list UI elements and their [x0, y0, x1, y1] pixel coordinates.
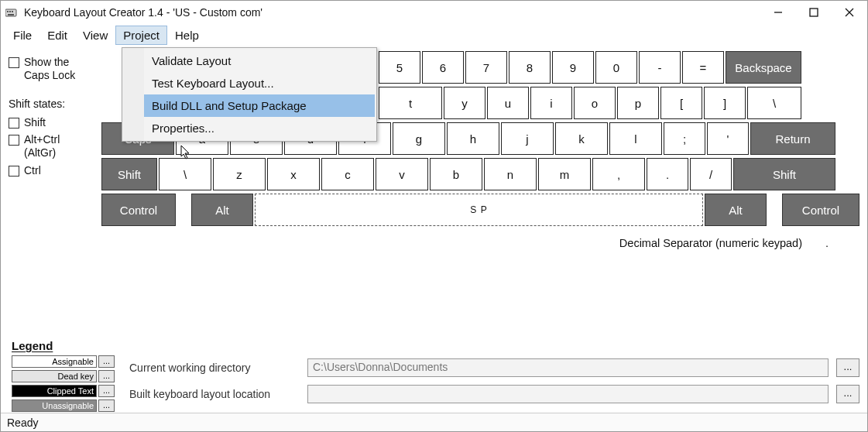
legend-deadkey-button[interactable]: ...	[98, 370, 115, 382]
legend-unassignable-button[interactable]: ...	[98, 399, 115, 412]
key-v[interactable]: v	[376, 158, 428, 190]
key-p[interactable]: p	[617, 87, 659, 119]
key-space[interactable]: S P	[255, 194, 703, 226]
ctrl-label: Ctrl	[24, 164, 41, 177]
legend-assignable: Assignable	[12, 355, 97, 368]
key-alt-l[interactable]: Alt	[191, 194, 253, 226]
menu-file[interactable]: File	[5, 26, 39, 45]
key-comma[interactable]: ,	[592, 158, 645, 190]
key-k[interactable]: k	[555, 122, 608, 155]
shift-checkbox[interactable]	[9, 118, 19, 129]
cwd-browse-button[interactable]: ...	[836, 358, 859, 377]
key-h[interactable]: h	[447, 122, 499, 155]
key-5[interactable]: 5	[379, 51, 420, 84]
key-bracket-l[interactable]: [	[660, 87, 702, 119]
key-o[interactable]: o	[574, 87, 616, 119]
key-backslash[interactable]: \	[747, 87, 801, 119]
legend-unassignable: Unassignable	[12, 399, 97, 412]
titlebar: Keyboard Layout Creator 1.4 - 'US - Cust…	[1, 1, 867, 24]
key-n[interactable]: n	[484, 158, 537, 190]
svg-line-7	[846, 9, 853, 16]
key-minus[interactable]: -	[639, 51, 681, 84]
key-period[interactable]: .	[647, 158, 688, 190]
key-m[interactable]: m	[538, 158, 591, 190]
svg-rect-4	[8, 14, 14, 15]
outdir-field[interactable]	[307, 385, 829, 403]
maximize-button[interactable]	[796, 1, 832, 24]
menu-project[interactable]: Project	[115, 26, 167, 45]
left-options-panel: Show the Caps Lock Shift states: Shift A…	[9, 51, 92, 334]
legend-deadkey: Dead key	[12, 370, 97, 382]
key-c[interactable]: c	[321, 158, 374, 190]
key-alt-r[interactable]: Alt	[705, 194, 767, 226]
legend-column: Assignable... Dead key... Clipped Text..…	[12, 354, 120, 413]
shift-label: Shift	[24, 116, 46, 129]
legend-title: Legend	[12, 339, 859, 352]
key-i[interactable]: i	[530, 87, 572, 119]
menu-test-keyboard[interactable]: Test Keyboard Layout...	[124, 72, 375, 94]
cwd-label: Current working directory	[129, 362, 300, 374]
key-b[interactable]: b	[430, 158, 482, 190]
key-shift-l[interactable]: Shift	[101, 158, 157, 190]
legend-clipped-button[interactable]: ...	[98, 385, 115, 397]
key-7[interactable]: 7	[465, 51, 507, 84]
app-icon	[5, 7, 19, 18]
show-caps-label: Show the Caps Lock	[24, 56, 92, 82]
altgr-label: Alt+Ctrl (AltGr)	[24, 133, 92, 159]
shift-states-label: Shift states:	[9, 98, 92, 110]
window-title: Keyboard Layout Creator 1.4 - 'US - Cust…	[24, 6, 760, 19]
menubar: File Edit View Project Help	[1, 24, 867, 46]
key-bracket-r[interactable]: ]	[704, 87, 746, 119]
key-equals[interactable]: =	[682, 51, 724, 84]
key-intl-backslash[interactable]: \	[159, 158, 211, 190]
key-ctrl-r[interactable]: Control	[782, 194, 859, 226]
key-0[interactable]: 0	[595, 51, 637, 84]
key-shift-r[interactable]: Shift	[733, 158, 835, 190]
decimal-separator-value: .	[815, 237, 829, 249]
close-button[interactable]	[832, 1, 867, 24]
menu-validate-layout[interactable]: Validate Layout	[124, 50, 375, 72]
key-g[interactable]: g	[393, 122, 445, 155]
outdir-label: Built keyboard layout location	[129, 388, 300, 400]
key-z[interactable]: z	[213, 158, 266, 190]
key-x[interactable]: x	[267, 158, 320, 190]
decimal-separator-label: Decimal Separator (numeric keypad)	[619, 237, 802, 249]
svg-rect-3	[12, 11, 13, 12]
svg-rect-2	[9, 11, 11, 12]
key-return[interactable]: Return	[750, 122, 835, 155]
key-ctrl-l[interactable]: Control	[101, 194, 176, 226]
show-caps-checkbox[interactable]	[9, 57, 19, 68]
menu-properties[interactable]: Properties...	[124, 117, 375, 139]
key-l[interactable]: l	[609, 122, 662, 155]
key-8[interactable]: 8	[509, 51, 551, 84]
key-u[interactable]: u	[487, 87, 529, 119]
altgr-checkbox[interactable]	[9, 135, 19, 146]
project-menu-dropdown: Validate Layout Test Keyboard Layout... …	[122, 47, 377, 142]
menu-edit[interactable]: Edit	[39, 26, 75, 45]
status-bar: Ready	[1, 413, 867, 431]
key-t[interactable]: t	[379, 87, 442, 119]
cwd-field[interactable]: C:\Users\Donna\Documents	[307, 358, 829, 377]
svg-line-8	[846, 9, 853, 16]
key-slash[interactable]: /	[690, 158, 732, 190]
ctrl-checkbox[interactable]	[9, 166, 19, 177]
key-semicolon[interactable]: ;	[664, 122, 705, 155]
key-6[interactable]: 6	[422, 51, 464, 84]
svg-rect-6	[810, 9, 818, 16]
key-y[interactable]: y	[444, 87, 485, 119]
menu-help[interactable]: Help	[167, 26, 207, 45]
mouse-cursor-icon	[180, 145, 191, 163]
key-9[interactable]: 9	[552, 51, 594, 84]
status-text: Ready	[7, 417, 38, 429]
key-quote[interactable]: '	[707, 122, 749, 155]
key-j[interactable]: j	[501, 122, 554, 155]
menu-build-dll[interactable]: Build DLL and Setup Package	[124, 94, 375, 117]
legend-assignable-button[interactable]: ...	[98, 355, 115, 368]
legend-clipped: Clipped Text	[12, 385, 97, 397]
minimize-button[interactable]	[760, 1, 796, 24]
svg-rect-1	[7, 11, 9, 12]
menu-view[interactable]: View	[75, 26, 115, 45]
outdir-browse-button[interactable]: ...	[836, 385, 859, 403]
key-backspace[interactable]: Backspace	[726, 51, 801, 84]
